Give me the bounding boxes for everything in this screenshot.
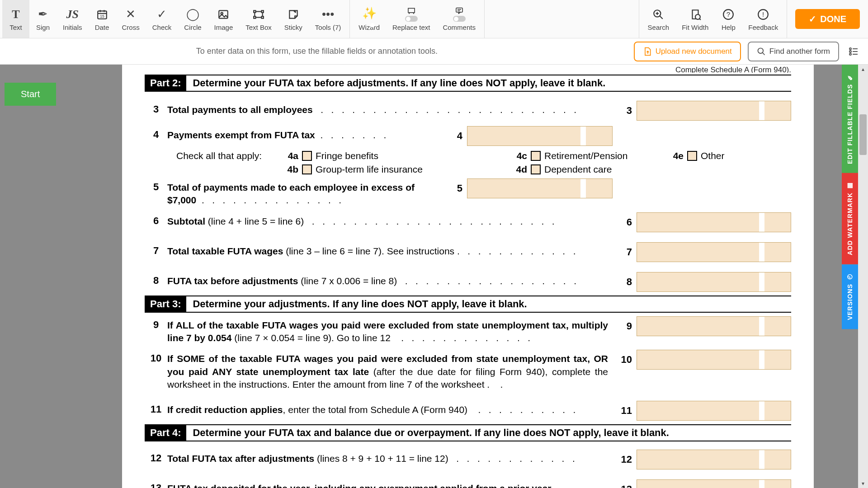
date-tool[interactable]: 15Date bbox=[89, 0, 116, 38]
wand-icon: ✨ bbox=[362, 7, 377, 22]
line-num: 3 bbox=[145, 101, 167, 115]
calendar-icon: 15 bbox=[96, 7, 108, 22]
line-13: 13 FUTA tax deposited for the year, incl… bbox=[145, 471, 791, 488]
box-num: 9 bbox=[618, 320, 637, 332]
document-viewport[interactable]: Complete Schedule A (Form 940). Part 2: … bbox=[68, 65, 868, 488]
add-watermark-tab[interactable]: ADD WATERMARK▦ bbox=[842, 173, 858, 264]
image-tool[interactable]: Image bbox=[208, 0, 240, 38]
help-icon: ? bbox=[722, 7, 734, 22]
feedback-tool[interactable]: !Feedback bbox=[742, 0, 784, 38]
box-num: 10 bbox=[618, 354, 637, 366]
search-icon bbox=[652, 7, 664, 22]
scroll-thumb[interactable] bbox=[859, 114, 867, 155]
feedback-icon: ! bbox=[757, 7, 769, 22]
text-tool[interactable]: TText bbox=[2, 0, 29, 38]
start-button[interactable]: Start bbox=[5, 83, 56, 106]
amount-field-9[interactable] bbox=[637, 316, 791, 336]
find-form-button[interactable]: Find another form bbox=[748, 42, 839, 61]
amount-field-13[interactable] bbox=[637, 479, 791, 488]
search-tool[interactable]: Search bbox=[642, 0, 676, 38]
svg-point-29 bbox=[849, 48, 851, 50]
initials-tool[interactable]: JSInitials bbox=[57, 0, 89, 38]
line-num: 5 bbox=[145, 178, 167, 193]
replace-text-tool[interactable]: Replace text bbox=[386, 0, 436, 38]
watermark-icon: ▦ bbox=[846, 182, 854, 190]
help-tool[interactable]: ?Help bbox=[715, 0, 742, 38]
edit-fillable-fields-tab[interactable]: EDIT FILLABLE FIELDS✎ bbox=[842, 65, 858, 173]
part3-label: Part 3: bbox=[145, 296, 186, 312]
line-text: If SOME of the taxable FUTA wages you pa… bbox=[167, 350, 613, 391]
box-num: 7 bbox=[618, 246, 637, 258]
checkbox-4a[interactable] bbox=[302, 151, 312, 161]
part2-label: Part 2: bbox=[145, 75, 186, 91]
scroll-down-arrow[interactable]: ▾ bbox=[858, 479, 868, 488]
svg-line-28 bbox=[762, 52, 764, 55]
box-num: 11 bbox=[618, 405, 637, 417]
comments-icon bbox=[453, 7, 466, 22]
check-id: 4d bbox=[512, 164, 527, 175]
outline-panel-button[interactable] bbox=[846, 44, 861, 59]
main-toolbar: TText ✒Sign JSInitials 15Date ✕Cross ✓Ch… bbox=[0, 0, 868, 38]
fit-width-tool[interactable]: Fit Width bbox=[675, 0, 715, 38]
box-num: 5 bbox=[449, 183, 467, 194]
scroll-up-arrow[interactable]: ▴ bbox=[858, 65, 868, 74]
vertical-scrollbar[interactable]: ▴ ▾ bbox=[858, 65, 868, 488]
part2-title: Determine your FUTA tax before adjustmen… bbox=[186, 75, 612, 91]
box-num: 6 bbox=[618, 216, 637, 228]
circle-tool[interactable]: ◯Circle bbox=[178, 0, 208, 38]
box-num: 8 bbox=[618, 276, 637, 288]
line-num: 4 bbox=[145, 126, 167, 141]
svg-point-31 bbox=[849, 51, 851, 52]
amount-field-11[interactable] bbox=[637, 401, 791, 421]
checkbox-4c[interactable] bbox=[531, 151, 541, 161]
cutoff-text: Complete Schedule A (Form 940). bbox=[145, 65, 791, 73]
line-text: Subtotal (line 4 + line 5 = line 6) . . … bbox=[167, 212, 613, 228]
side-tabs: EDIT FILLABLE FIELDS✎ ADD WATERMARK▦ VER… bbox=[842, 65, 858, 329]
sticky-tool[interactable]: Sticky bbox=[278, 0, 309, 38]
cross-tool[interactable]: ✕Cross bbox=[116, 0, 146, 38]
amount-field-3[interactable] bbox=[637, 101, 791, 121]
part3-title: Determine your adjustments. If any line … bbox=[186, 296, 533, 312]
textbox-tool[interactable]: Text Box bbox=[239, 0, 278, 38]
comments-tool[interactable]: Comments bbox=[436, 0, 482, 38]
tools-menu[interactable]: •••Tools (7) bbox=[309, 0, 348, 38]
line-num: 6 bbox=[145, 212, 167, 227]
checkbox-4e[interactable] bbox=[687, 151, 697, 161]
amount-field-8[interactable] bbox=[637, 272, 791, 292]
clock-icon: ◷ bbox=[846, 273, 854, 281]
line-num: 10 bbox=[145, 350, 167, 364]
line-text: FUTA tax deposited for the year, includi… bbox=[167, 479, 613, 488]
line-11: 11 If credit reduction applies, enter th… bbox=[145, 393, 791, 422]
done-button[interactable]: ✓DONE bbox=[795, 9, 860, 29]
edit-icon: ✎ bbox=[846, 74, 854, 81]
check-label: Fringe benefits bbox=[316, 150, 378, 161]
line-text: Payments exempt from FUTA tax . . . . . … bbox=[167, 126, 441, 141]
checkbox-4b[interactable] bbox=[302, 164, 312, 174]
cross-icon: ✕ bbox=[126, 7, 136, 22]
line-num: 12 bbox=[145, 450, 167, 464]
box-num: 4 bbox=[449, 130, 467, 142]
box-num: 13 bbox=[618, 483, 637, 488]
search-icon bbox=[757, 47, 766, 56]
box-num: 3 bbox=[618, 105, 637, 117]
amount-field-4[interactable] bbox=[467, 126, 613, 146]
amount-field-5[interactable] bbox=[467, 178, 613, 198]
line-4: 4 Payments exempt from FUTA tax . . . . … bbox=[145, 122, 791, 148]
versions-tab[interactable]: VERSIONS◷ bbox=[842, 264, 858, 329]
check-tool[interactable]: ✓Check bbox=[146, 0, 178, 38]
more-icon: ••• bbox=[322, 7, 334, 22]
secondary-bar: To enter data on this form, use the fill… bbox=[0, 38, 868, 65]
upload-icon bbox=[643, 47, 652, 56]
sign-tool[interactable]: ✒Sign bbox=[29, 0, 57, 38]
amount-field-7[interactable] bbox=[637, 242, 791, 262]
amount-field-6[interactable] bbox=[637, 212, 791, 232]
line-text: FUTA tax before adjustments (line 7 x 0.… bbox=[167, 272, 613, 287]
amount-field-12[interactable] bbox=[637, 450, 791, 469]
sign-icon: ✒ bbox=[38, 7, 48, 22]
hint-text: To enter data on this form, use the fill… bbox=[7, 47, 627, 56]
document-page: Complete Schedule A (Form 940). Part 2: … bbox=[122, 65, 814, 488]
upload-document-button[interactable]: Upload new document bbox=[634, 42, 741, 61]
wizard-tool[interactable]: ✨Wizard bbox=[352, 0, 386, 38]
amount-field-10[interactable] bbox=[637, 350, 791, 370]
checkbox-4d[interactable] bbox=[531, 164, 541, 174]
